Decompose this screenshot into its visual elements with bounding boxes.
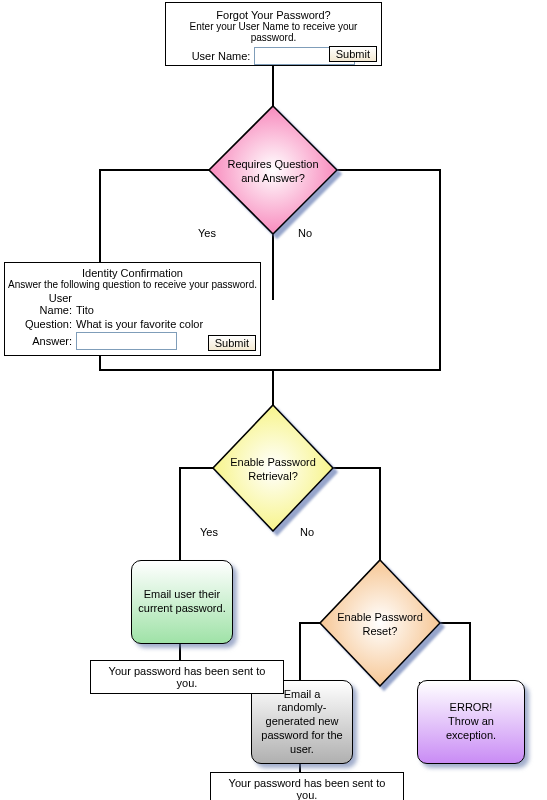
identity-answer-input[interactable]	[76, 332, 177, 350]
forgot-username-label: User Name:	[192, 50, 251, 62]
box-error: ERROR!Throw an exception.	[417, 680, 525, 764]
diamond-requires-qa: Requires Questionand Answer?	[225, 158, 321, 186]
diamond-enable-retrieval: Enable PasswordRetrieval?	[227, 456, 319, 484]
identity-subtitle: Answer the following question to receive…	[5, 279, 260, 290]
branch-no-2: No	[300, 526, 314, 538]
identity-title: Identity Confirmation	[5, 267, 260, 279]
forgot-submit-button[interactable]: Submit	[329, 46, 377, 62]
forgot-title: Forgot Your Password?	[174, 9, 373, 21]
msg-sent-1: Your password has been sent to you.	[90, 660, 284, 694]
identity-answer-label: Answer:	[17, 335, 72, 347]
identity-question-label: Question:	[17, 318, 72, 330]
identity-username-value: Tito	[76, 304, 94, 316]
forgot-subtitle: Enter your User Name to receive your pas…	[174, 21, 373, 43]
identity-confirmation-box: Identity Confirmation Answer the followi…	[4, 262, 261, 356]
branch-yes-1: Yes	[198, 227, 216, 239]
diamond-enable-reset: Enable PasswordReset?	[334, 611, 426, 639]
identity-submit-button[interactable]: Submit	[208, 335, 256, 351]
forgot-password-box: Forgot Your Password? Enter your User Na…	[165, 2, 382, 66]
msg-sent-2: Your password has been sent to you.	[210, 772, 404, 800]
identity-username-label: User Name:	[17, 292, 72, 316]
identity-question-value: What is your favorite color	[76, 318, 203, 330]
box-email-current: Email user theircurrent password.	[131, 560, 233, 644]
branch-yes-2: Yes	[200, 526, 218, 538]
box-email-current-text: Email user theircurrent password.	[132, 561, 232, 643]
box-error-text: ERROR!Throw an exception.	[418, 681, 524, 763]
branch-no-1: No	[298, 227, 312, 239]
